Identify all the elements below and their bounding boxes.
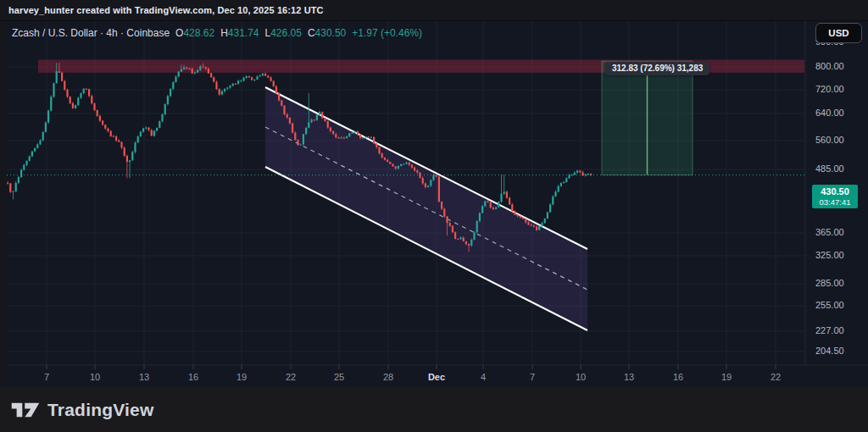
price-axis-label: 204.50 — [815, 346, 844, 356]
top-attribution-bar: harvey_hunter created with TradingView.c… — [0, 0, 868, 21]
ohlc-item: O428.62 — [175, 27, 214, 39]
time-axis-label: 10 — [90, 372, 100, 382]
time-axis-label: 7 — [530, 372, 535, 382]
time-axis-label: 19 — [236, 372, 247, 382]
symbol-title: Zcash / U.S. Dollar · 4h · Coinbase — [12, 27, 170, 39]
ohlc-values: O428.62H431.74L426.05C430.50 — [175, 27, 346, 39]
time-axis-label: 16 — [673, 372, 683, 382]
price-axis-label: 485.00 — [815, 163, 844, 174]
tradingview-snapshot: { "header": { "attribution": "harvey_hun… — [0, 0, 868, 432]
price-axis-label: 800.00 — [815, 61, 844, 71]
time-axis-label: 19 — [721, 372, 732, 382]
tradingview-logo-icon[interactable] — [11, 399, 40, 421]
price-axis-label: 720.00 — [815, 84, 844, 94]
chart-plot-canvas[interactable] — [0, 21, 868, 387]
price-axis-label: 560.00 — [815, 135, 844, 145]
time-axis-label: 22 — [286, 372, 296, 382]
price-axis-label: 365.00 — [815, 227, 844, 237]
time-axis-label: Dec — [428, 372, 445, 382]
ohlc-item: L426.05 — [265, 27, 302, 39]
ohlc-item: C430.50 — [308, 27, 346, 39]
time-axis-label: 10 — [576, 372, 586, 382]
ohlc-item: H431.74 — [220, 27, 259, 39]
time-axis-label: 16 — [188, 372, 198, 382]
tradingview-logo-text[interactable]: TradingView — [47, 400, 154, 420]
price-axis-label: 640.00 — [815, 108, 844, 118]
current-price-tag: 430.50 03:47:41 — [812, 185, 858, 208]
price-axis-label: 255.00 — [815, 300, 844, 310]
time-axis-label: 13 — [139, 372, 149, 382]
channel-mid-line — [265, 127, 587, 290]
footer-bar: TradingView — [0, 387, 868, 432]
price-axis-label: 325.00 — [815, 250, 844, 260]
bar-countdown: 03:47:41 — [812, 197, 858, 207]
symbol-legend[interactable]: Zcash / U.S. Dollar · 4h · Coinbase O428… — [12, 26, 422, 40]
time-axis-label: 28 — [383, 372, 393, 382]
currency-usd-button[interactable]: USD — [815, 23, 862, 43]
time-axis-label: 25 — [334, 372, 344, 382]
price-axis-label: 227.00 — [815, 325, 844, 335]
time-axis-label: 4 — [481, 372, 486, 382]
time-axis-label: 22 — [771, 372, 781, 382]
change-value: +1.97 (+0.46%) — [352, 27, 422, 39]
measure-tool-label: 312.83 (72.69%) 31,283 — [605, 62, 709, 75]
time-axis-label: 7 — [44, 372, 49, 382]
time-axis-label: 13 — [624, 372, 634, 382]
current-price-value: 430.50 — [812, 186, 858, 197]
time-axis[interactable]: 710131619222528Dec471013161922 — [0, 365, 868, 387]
price-axis-label: 285.00 — [815, 278, 844, 288]
attribution-text: harvey_hunter created with TradingView.c… — [8, 0, 324, 21]
